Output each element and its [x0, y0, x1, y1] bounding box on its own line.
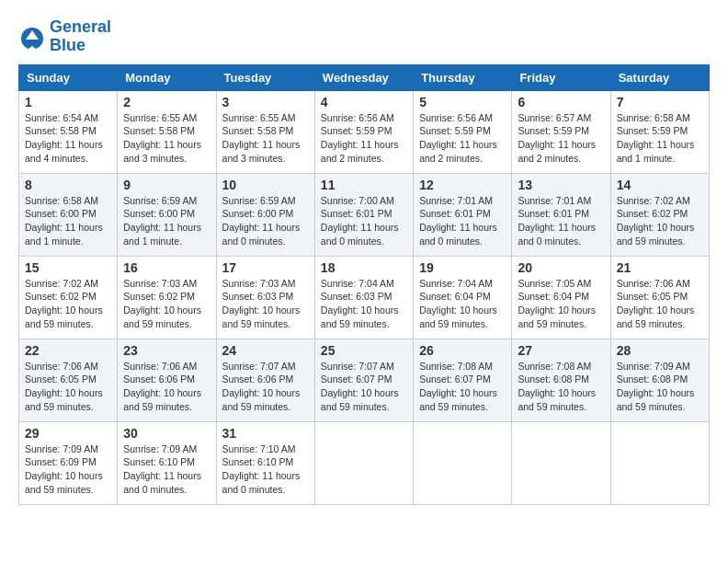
calendar-day-cell — [512, 421, 610, 504]
calendar-day-cell: 18 Sunrise: 7:04 AM Sunset: 6:03 PM Dayl… — [314, 256, 413, 339]
day-info: Sunrise: 7:04 AM Sunset: 6:03 PM Dayligh… — [321, 277, 407, 331]
day-info: Sunrise: 7:07 AM Sunset: 6:06 PM Dayligh… — [222, 360, 309, 414]
day-number: 1 — [25, 95, 111, 109]
logo-icon — [18, 23, 46, 51]
day-info: Sunrise: 6:58 AM Sunset: 6:00 PM Dayligh… — [25, 194, 111, 248]
day-info: Sunrise: 7:01 AM Sunset: 6:01 PM Dayligh… — [419, 194, 506, 248]
calendar-day-cell: 27 Sunrise: 7:08 AM Sunset: 6:08 PM Dayl… — [512, 339, 610, 421]
day-info: Sunrise: 7:08 AM Sunset: 6:07 PM Dayligh… — [419, 360, 506, 414]
logo: General Blue — [18, 18, 111, 55]
day-number: 4 — [321, 95, 407, 109]
day-number: 14 — [617, 178, 703, 192]
weekday-header-row: SundayMondayTuesdayWednesdayThursdayFrid… — [19, 64, 710, 90]
day-info: Sunrise: 7:09 AM Sunset: 6:10 PM Dayligh… — [123, 442, 210, 497]
calendar-day-cell: 17 Sunrise: 7:03 AM Sunset: 6:03 PM Dayl… — [216, 256, 314, 339]
day-info: Sunrise: 6:57 AM Sunset: 5:59 PM Dayligh… — [518, 111, 604, 166]
calendar-day-cell — [414, 421, 512, 504]
calendar-week-row: 1 Sunrise: 6:54 AM Sunset: 5:58 PM Dayli… — [19, 90, 710, 173]
day-number: 12 — [419, 178, 506, 192]
day-info: Sunrise: 6:58 AM Sunset: 5:59 PM Dayligh… — [617, 111, 703, 166]
day-info: Sunrise: 6:54 AM Sunset: 5:58 PM Dayligh… — [25, 111, 111, 166]
calendar-day-cell: 13 Sunrise: 7:01 AM Sunset: 6:01 PM Dayl… — [512, 173, 610, 256]
day-number: 15 — [25, 260, 111, 275]
page-header: General Blue — [18, 18, 710, 55]
calendar-day-cell: 22 Sunrise: 7:06 AM Sunset: 6:05 PM Dayl… — [19, 339, 118, 421]
weekday-header: Wednesday — [314, 64, 413, 90]
calendar-day-cell: 6 Sunrise: 6:57 AM Sunset: 5:59 PM Dayli… — [512, 90, 610, 173]
calendar-day-cell: 31 Sunrise: 7:10 AM Sunset: 6:10 PM Dayl… — [216, 421, 314, 504]
day-info: Sunrise: 7:00 AM Sunset: 6:01 PM Dayligh… — [321, 194, 407, 248]
day-info: Sunrise: 7:06 AM Sunset: 6:06 PM Dayligh… — [123, 360, 210, 414]
day-number: 3 — [222, 95, 309, 109]
calendar-table: SundayMondayTuesdayWednesdayThursdayFrid… — [18, 64, 710, 505]
day-info: Sunrise: 7:02 AM Sunset: 6:02 PM Dayligh… — [617, 194, 703, 248]
weekday-header: Monday — [118, 64, 216, 90]
day-number: 16 — [123, 260, 210, 275]
day-number: 6 — [518, 95, 604, 109]
calendar-day-cell: 8 Sunrise: 6:58 AM Sunset: 6:00 PM Dayli… — [19, 173, 118, 256]
logo-text: General Blue — [50, 18, 111, 55]
day-number: 27 — [518, 343, 604, 358]
day-number: 24 — [222, 343, 309, 358]
day-info: Sunrise: 7:06 AM Sunset: 6:05 PM Dayligh… — [25, 360, 111, 414]
day-info: Sunrise: 6:56 AM Sunset: 5:59 PM Dayligh… — [321, 111, 407, 166]
day-info: Sunrise: 7:03 AM Sunset: 6:02 PM Dayligh… — [123, 277, 210, 331]
calendar-day-cell — [314, 421, 413, 504]
day-info: Sunrise: 7:10 AM Sunset: 6:10 PM Dayligh… — [222, 442, 309, 497]
calendar-day-cell: 4 Sunrise: 6:56 AM Sunset: 5:59 PM Dayli… — [314, 90, 413, 173]
day-info: Sunrise: 7:04 AM Sunset: 6:04 PM Dayligh… — [419, 277, 506, 331]
calendar-day-cell: 30 Sunrise: 7:09 AM Sunset: 6:10 PM Dayl… — [118, 421, 216, 504]
weekday-header: Thursday — [414, 64, 512, 90]
day-number: 7 — [617, 95, 703, 109]
calendar-day-cell — [610, 421, 709, 504]
day-number: 9 — [123, 178, 210, 192]
calendar-day-cell: 9 Sunrise: 6:59 AM Sunset: 6:00 PM Dayli… — [118, 173, 216, 256]
calendar-day-cell: 7 Sunrise: 6:58 AM Sunset: 5:59 PM Dayli… — [610, 90, 709, 173]
day-info: Sunrise: 6:59 AM Sunset: 6:00 PM Dayligh… — [123, 194, 210, 248]
day-info: Sunrise: 7:02 AM Sunset: 6:02 PM Dayligh… — [25, 277, 111, 331]
day-info: Sunrise: 7:08 AM Sunset: 6:08 PM Dayligh… — [518, 360, 604, 414]
calendar-day-cell: 12 Sunrise: 7:01 AM Sunset: 6:01 PM Dayl… — [414, 173, 512, 256]
calendar-day-cell: 23 Sunrise: 7:06 AM Sunset: 6:06 PM Dayl… — [118, 339, 216, 421]
day-number: 18 — [321, 260, 407, 275]
calendar-day-cell: 14 Sunrise: 7:02 AM Sunset: 6:02 PM Dayl… — [610, 173, 709, 256]
calendar-day-cell: 1 Sunrise: 6:54 AM Sunset: 5:58 PM Dayli… — [19, 90, 118, 173]
day-info: Sunrise: 7:03 AM Sunset: 6:03 PM Dayligh… — [222, 277, 309, 331]
day-number: 23 — [123, 343, 210, 358]
day-info: Sunrise: 7:01 AM Sunset: 6:01 PM Dayligh… — [518, 194, 604, 248]
day-number: 30 — [123, 426, 210, 441]
calendar-day-cell: 20 Sunrise: 7:05 AM Sunset: 6:04 PM Dayl… — [512, 256, 610, 339]
calendar-day-cell: 19 Sunrise: 7:04 AM Sunset: 6:04 PM Dayl… — [414, 256, 512, 339]
calendar-day-cell: 21 Sunrise: 7:06 AM Sunset: 6:05 PM Dayl… — [610, 256, 709, 339]
day-number: 11 — [321, 178, 407, 192]
day-number: 10 — [222, 178, 309, 192]
day-info: Sunrise: 7:06 AM Sunset: 6:05 PM Dayligh… — [617, 277, 703, 331]
day-info: Sunrise: 6:59 AM Sunset: 6:00 PM Dayligh… — [222, 194, 309, 248]
calendar-day-cell: 5 Sunrise: 6:56 AM Sunset: 5:59 PM Dayli… — [414, 90, 512, 173]
day-number: 29 — [25, 426, 111, 441]
calendar-day-cell: 24 Sunrise: 7:07 AM Sunset: 6:06 PM Dayl… — [216, 339, 314, 421]
calendar-day-cell: 29 Sunrise: 7:09 AM Sunset: 6:09 PM Dayl… — [19, 421, 118, 504]
day-number: 28 — [617, 343, 703, 358]
day-info: Sunrise: 7:05 AM Sunset: 6:04 PM Dayligh… — [518, 277, 604, 331]
day-number: 5 — [419, 95, 506, 109]
day-info: Sunrise: 6:55 AM Sunset: 5:58 PM Dayligh… — [222, 111, 309, 166]
calendar-day-cell: 11 Sunrise: 7:00 AM Sunset: 6:01 PM Dayl… — [314, 173, 413, 256]
calendar-week-row: 8 Sunrise: 6:58 AM Sunset: 6:00 PM Dayli… — [19, 173, 710, 256]
calendar-week-row: 29 Sunrise: 7:09 AM Sunset: 6:09 PM Dayl… — [19, 421, 710, 504]
day-number: 19 — [419, 260, 506, 275]
weekday-header: Tuesday — [216, 64, 314, 90]
weekday-header: Sunday — [19, 64, 118, 90]
day-number: 13 — [518, 178, 604, 192]
calendar-day-cell: 26 Sunrise: 7:08 AM Sunset: 6:07 PM Dayl… — [414, 339, 512, 421]
day-number: 25 — [321, 343, 407, 358]
calendar-week-row: 15 Sunrise: 7:02 AM Sunset: 6:02 PM Dayl… — [19, 256, 710, 339]
day-number: 20 — [518, 260, 604, 275]
weekday-header: Saturday — [610, 64, 709, 90]
day-info: Sunrise: 7:09 AM Sunset: 6:08 PM Dayligh… — [617, 360, 703, 414]
calendar-day-cell: 10 Sunrise: 6:59 AM Sunset: 6:00 PM Dayl… — [216, 173, 314, 256]
day-number: 17 — [222, 260, 309, 275]
calendar-day-cell: 2 Sunrise: 6:55 AM Sunset: 5:58 PM Dayli… — [118, 90, 216, 173]
day-number: 22 — [25, 343, 111, 358]
day-number: 8 — [25, 178, 111, 192]
